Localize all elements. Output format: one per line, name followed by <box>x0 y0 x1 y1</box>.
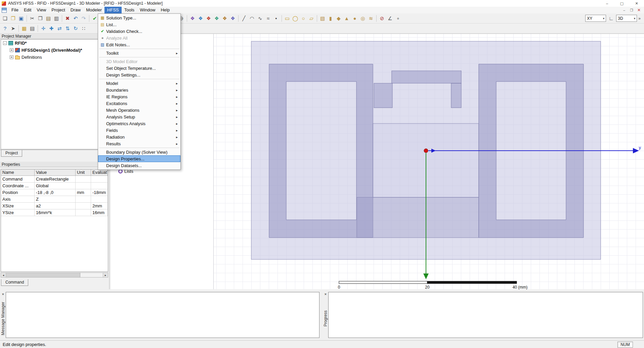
menu-item-mesh-operations[interactable]: Mesh Operations▸ <box>98 107 180 113</box>
menubar-item-hfss[interactable]: HFSS <box>104 7 122 13</box>
tree-item-hfssdesign1-drivenmodal[interactable]: +HFSSDesign1 (DrivenModal)* <box>1 47 108 54</box>
menubar-item-edit[interactable]: Edit <box>21 7 34 13</box>
mdi-minimize-button[interactable]: – <box>620 7 628 13</box>
message-manager-content[interactable] <box>6 292 319 338</box>
menubar-item-file[interactable]: File <box>9 7 21 13</box>
draw-regular-polygon-icon[interactable]: ▱ <box>308 15 315 22</box>
property-value[interactable] <box>76 196 91 203</box>
expand-icon[interactable]: + <box>10 48 13 52</box>
property-value[interactable]: 16mm <box>91 209 108 216</box>
bottom-strip[interactable] <box>357 197 479 238</box>
open-file-icon[interactable]: ❐ <box>9 15 17 22</box>
property-value[interactable] <box>76 203 91 209</box>
mesh-operations-icon[interactable]: ❖ <box>213 15 220 22</box>
menu-item-boundaries[interactable]: Boundaries▸ <box>98 87 180 93</box>
optimetrics-setup-icon[interactable]: ❖ <box>229 15 237 22</box>
draw-spline-icon[interactable]: ∿ <box>256 15 264 22</box>
close-button[interactable]: ✕ <box>629 0 644 7</box>
measure-position-icon[interactable]: ∷ <box>80 25 87 32</box>
measure-icon[interactable]: ∠ <box>386 15 394 22</box>
property-value[interactable] <box>76 209 91 216</box>
save-file-icon[interactable]: ▣ <box>17 15 25 22</box>
expand-icon[interactable]: + <box>10 55 13 59</box>
draw-equation-curve-icon[interactable]: ≈ <box>264 15 272 22</box>
whats-this-icon[interactable]: ➤ <box>9 25 17 32</box>
property-value[interactable]: Z <box>35 196 76 203</box>
feed-right-stub[interactable] <box>451 83 461 108</box>
menu-item-solution-type[interactable]: ▦Solution Type... <box>98 14 180 21</box>
menubar-item-tools[interactable]: Tools <box>122 7 137 13</box>
copy-icon[interactable]: ❒ <box>37 15 44 22</box>
draw-torus-icon[interactable]: ◎ <box>359 15 367 22</box>
align-vertical-icon[interactable]: ⇅ <box>64 25 71 32</box>
feed-left-stub[interactable] <box>374 83 392 108</box>
menubar-item-project[interactable]: Project <box>49 7 68 13</box>
menu-item-design-settings[interactable]: Design Settings... <box>98 71 180 78</box>
menu-item-excitations[interactable]: Excitations▸ <box>98 100 180 107</box>
menu-item-design-properties[interactable]: Design Properties... <box>98 155 180 162</box>
menu-item-fields[interactable]: Fields▸ <box>98 127 180 134</box>
column-header-value[interactable]: Value <box>35 169 76 176</box>
close-icon[interactable]: ✕ <box>1 292 5 297</box>
property-value[interactable]: CreateRectangle <box>35 176 76 183</box>
new-file-icon[interactable]: ❏ <box>1 15 9 22</box>
property-value[interactable]: -18mm <box>91 189 108 196</box>
draw-rectangle-icon[interactable]: ▭ <box>284 15 291 22</box>
properties-hscrollbar[interactable]: ◂ ▸ <box>1 272 108 278</box>
scrollbar-thumb[interactable] <box>6 273 80 277</box>
menu-item-boundary-display-solver-view[interactable]: Boundary Display (Solver View) <box>98 149 180 155</box>
align-horizontal-icon[interactable]: ⇄ <box>56 25 63 32</box>
mdi-close-button[interactable]: ✕ <box>635 7 643 13</box>
column-header-evaluat[interactable]: Evaluat <box>91 169 108 176</box>
snap-settings-icon[interactable]: ▤ <box>29 25 36 32</box>
drawing-mode-combo[interactable]: 3D ▾ <box>616 15 637 22</box>
draw-circle-icon[interactable]: ○ <box>300 15 307 22</box>
draw-cone-icon[interactable]: ▲ <box>343 15 350 22</box>
redo-icon[interactable]: ↷ <box>80 15 87 22</box>
menu-item-validation-check[interactable]: ✔Validation Check... <box>98 28 180 35</box>
assign-excitation-icon[interactable]: ❖ <box>205 15 212 22</box>
paste-icon[interactable]: ▤ <box>45 15 52 22</box>
relative-cs-icon[interactable]: ∟ <box>607 15 615 22</box>
feed-top-bar[interactable] <box>392 71 461 83</box>
draw-point-icon[interactable]: • <box>272 15 280 22</box>
tab-command[interactable]: Command <box>1 279 28 286</box>
column-header-unit[interactable]: Unit <box>76 169 91 176</box>
column-header-name[interactable]: Name <box>1 169 35 176</box>
analysis-setup-icon[interactable]: ❖ <box>221 15 228 22</box>
snap-mode-icon[interactable]: ∘ <box>394 15 402 22</box>
draw-helix-icon[interactable]: ≋ <box>367 15 375 22</box>
menu-item-toolkit[interactable]: Toolkit▸ <box>98 50 180 56</box>
menu-item-model[interactable]: Model▸ <box>98 80 180 87</box>
modeler-canvas[interactable]: y 0 20 40 (mm) <box>214 34 644 289</box>
validation-check-icon[interactable]: ✔ <box>91 15 98 22</box>
tree-item-rfid[interactable]: -RFID* <box>1 40 108 47</box>
drawing-plane-combo[interactable]: XY ▾ <box>585 15 606 22</box>
menu-item-ie-regions[interactable]: IE Regions▸ <box>98 93 180 100</box>
menubar-item-modeler[interactable]: Modeler <box>83 7 104 13</box>
menu-item-analysis-setup[interactable]: Analysis Setup▸ <box>98 113 180 120</box>
toolbar-overflow-icon[interactable]: » <box>638 16 641 21</box>
property-value[interactable]: -18 ,-8 ,0 <box>35 189 76 196</box>
draw-line-icon[interactable]: ╱ <box>240 15 248 22</box>
menu-item-results[interactable]: Results▸ <box>98 140 180 147</box>
draw-box-icon[interactable]: ▧ <box>319 15 326 22</box>
delete-icon[interactable]: ✖ <box>64 15 71 22</box>
draw-sphere-icon[interactable]: ● <box>351 15 358 22</box>
tab-project[interactable]: Project <box>1 150 22 157</box>
draw-arc-icon[interactable]: ◠ <box>248 15 256 22</box>
minimize-button[interactable]: – <box>600 0 614 7</box>
property-value[interactable]: 16mm*k <box>35 209 76 216</box>
scrollbar-track[interactable] <box>6 273 103 277</box>
maximize-button[interactable]: ▢ <box>614 0 629 7</box>
property-value[interactable] <box>91 176 108 183</box>
menu-item-optimetrics-analysis[interactable]: Optimetrics Analysis▸ <box>98 120 180 127</box>
property-value[interactable]: Global <box>35 183 76 189</box>
rotate-cs-icon[interactable]: ↻ <box>72 25 79 32</box>
cut-icon[interactable]: ✂ <box>29 15 36 22</box>
property-value[interactable] <box>91 183 108 189</box>
menubar-item-window[interactable]: Window <box>137 7 158 13</box>
assign-boundary-icon[interactable]: ❖ <box>197 15 204 22</box>
project-tree[interactable]: -RFID*+HFSSDesign1 (DrivenModal)*+Defini… <box>1 39 108 149</box>
select-help-icon[interactable]: ? <box>1 25 9 32</box>
